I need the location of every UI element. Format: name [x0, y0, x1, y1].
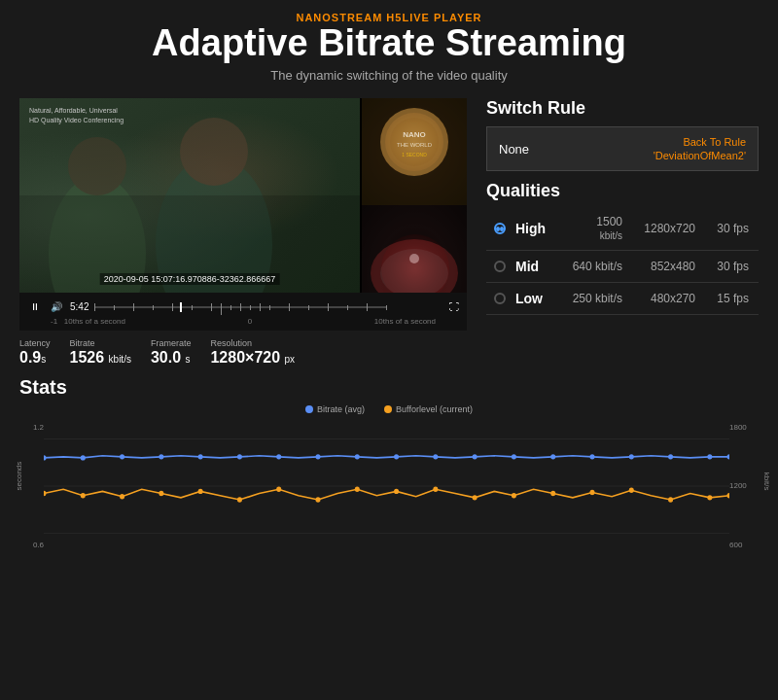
svg-rect-28: [269, 305, 270, 310]
svg-rect-34: [386, 305, 387, 310]
video-container[interactable]: Natural, Affordable, Universal HD Qualit…: [19, 98, 467, 293]
svg-point-48: [394, 454, 399, 459]
quality-bitrate-low: 250 kbit/s: [559, 292, 622, 305]
svg-point-72: [589, 490, 594, 495]
y-axis-label-left: seconds: [15, 462, 23, 491]
svg-rect-31: [328, 303, 329, 311]
y-label-0-6: 0.6: [33, 541, 44, 549]
video-thumb-bottom: [362, 205, 467, 293]
svg-rect-29: [289, 303, 290, 311]
svg-rect-35: [180, 302, 182, 312]
timeline-label-right: 10ths of a second: [374, 317, 436, 326]
svg-text:THE WORLD: THE WORLD: [397, 142, 433, 148]
volume-button[interactable]: 🔊: [49, 299, 64, 315]
svg-point-68: [433, 487, 438, 492]
quality-radio-low[interactable]: [494, 293, 506, 304]
svg-point-63: [237, 497, 242, 502]
latency-label: Latency: [19, 338, 51, 348]
svg-point-54: [629, 454, 634, 459]
page-title: Adaptive Bitrate Streaming: [0, 23, 778, 64]
quality-row-high[interactable]: High 1500kbit/s 1280x720 30 fps: [486, 207, 759, 251]
time-display: 5:42: [70, 301, 88, 312]
quality-fps-low: 15 fps: [705, 292, 749, 305]
metric-framerate: Framerate 30.0 s: [151, 338, 192, 367]
right-panel: Switch Rule None Back To Rule'DeviationO…: [486, 98, 759, 367]
main-content: Natural, Affordable, Universal HD Qualit…: [0, 88, 778, 367]
svg-point-50: [473, 454, 477, 459]
y-label-1200: 1200: [729, 481, 747, 490]
svg-point-46: [315, 454, 320, 459]
svg-rect-33: [367, 303, 368, 311]
time-labels-row: -1 10ths of a second 0 10ths of a second: [27, 317, 459, 326]
y-axis-label-right: kbit/s: [762, 472, 771, 491]
svg-point-44: [237, 454, 242, 459]
svg-rect-24: [230, 305, 231, 310]
rule-none-label: None: [499, 142, 529, 157]
timeline-ticks[interactable]: [94, 299, 443, 315]
quality-row-low[interactable]: Low 250 kbit/s 480x270 15 fps: [486, 283, 759, 315]
pause-button[interactable]: ⏸: [27, 299, 43, 315]
quality-fps-high: 30 fps: [705, 222, 749, 235]
switch-rule-row: None Back To Rule'DeviationOfMean2': [486, 126, 759, 172]
svg-point-70: [512, 493, 516, 498]
quality-res-low: 480x270: [632, 292, 695, 305]
svg-point-47: [355, 454, 360, 459]
chart-legend: Bitrate (avg) Bufforlevel (current): [19, 404, 759, 414]
quality-bitrate-mid: 640 kbit/s: [559, 260, 622, 273]
svg-point-57: [726, 454, 729, 459]
svg-point-40: [81, 455, 86, 460]
svg-point-43: [198, 454, 203, 459]
svg-point-60: [120, 494, 124, 499]
resolution-value: 1280×720 px: [210, 348, 295, 367]
fullscreen-button[interactable]: ⛶: [449, 301, 459, 312]
svg-point-45: [276, 454, 281, 459]
svg-point-65: [315, 497, 320, 502]
y-label-600: 600: [729, 541, 742, 549]
svg-point-58: [44, 491, 47, 496]
metric-latency: Latency 0.9s: [19, 338, 51, 367]
stats-section: Stats Bitrate (avg) Bufforlevel (current…: [0, 367, 778, 554]
metrics-row: Latency 0.9s Bitrate 1526 kbit/s Framera…: [19, 331, 467, 367]
svg-rect-19: [153, 305, 154, 310]
bitrate-label: Bitrate: [70, 338, 131, 348]
svg-point-62: [198, 489, 203, 494]
playback-bar: ⏸ 🔊 5:42: [19, 293, 467, 331]
video-timestamp: 2020-09-05 15:07:16.970886-32362.866667: [100, 273, 280, 285]
svg-rect-23: [221, 303, 222, 315]
quality-res-mid: 852x480: [632, 260, 695, 273]
svg-rect-26: [250, 305, 251, 310]
svg-point-14: [409, 254, 419, 263]
svg-point-53: [589, 454, 594, 459]
legend-buffer: Bufforlevel (current): [384, 404, 473, 414]
quality-radio-high[interactable]: [494, 223, 506, 234]
controls-row: ⏸ 🔊 5:42: [27, 298, 459, 317]
video-main-frame: Natural, Affordable, Universal HD Qualit…: [19, 98, 360, 293]
quality-name-high: High: [515, 221, 549, 236]
chart-area: [44, 418, 729, 554]
legend-dot-buffer: [384, 405, 392, 413]
svg-point-41: [120, 454, 124, 459]
svg-text:1 SECOND: 1 SECOND: [402, 152, 427, 158]
svg-point-69: [473, 495, 477, 500]
svg-rect-22: [211, 303, 212, 311]
resolution-label: Resolution: [210, 338, 295, 348]
quality-res-high: 1280x720: [632, 222, 695, 235]
player-section: Natural, Affordable, Universal HD Qualit…: [19, 98, 467, 367]
svg-point-49: [433, 454, 438, 459]
svg-point-3: [180, 118, 248, 186]
quality-radio-mid[interactable]: [494, 261, 506, 272]
legend-dot-bitrate: [305, 405, 313, 413]
video-banner: Natural, Affordable, Universal HD Qualit…: [29, 106, 124, 125]
chart-wrapper: 1.2 0.6 seconds: [19, 418, 759, 554]
svg-rect-18: [133, 303, 134, 311]
bitrate-value: 1526 kbit/s: [70, 348, 131, 367]
chart-svg: [44, 418, 729, 554]
quality-row-mid[interactable]: Mid 640 kbit/s 852x480 30 fps: [486, 251, 759, 283]
svg-point-56: [707, 454, 712, 459]
svg-point-51: [512, 454, 516, 459]
framerate-label: Framerate: [151, 338, 192, 348]
svg-point-55: [668, 454, 673, 459]
switch-rule-section: Switch Rule None Back To Rule'DeviationO…: [486, 98, 759, 172]
rule-back-button[interactable]: Back To Rule'DeviationOfMean2': [654, 135, 746, 163]
svg-point-67: [394, 489, 399, 494]
